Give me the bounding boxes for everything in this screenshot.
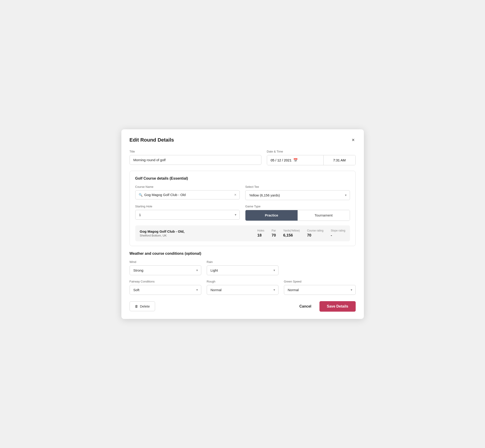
search-icon: 🔍 [139, 193, 143, 197]
select-tee-group: Select Tee Yellow (6,156 yards) ▾ [245, 185, 350, 200]
trash-icon: 🗑 [135, 304, 138, 308]
title-field-group: Title [129, 150, 261, 165]
wind-select-wrapper: Strong ▾ [129, 265, 201, 275]
weather-section: Weather and course conditions (optional)… [129, 252, 356, 295]
select-tee-wrapper: Yellow (6,156 yards) ▾ [245, 190, 350, 200]
stat-par: Par 70 [272, 229, 276, 238]
wind-rain-row: Wind Strong ▾ Rain Light ▾ [129, 260, 356, 275]
game-type-toggle: Practice Tournament [245, 210, 350, 221]
course-name-input[interactable] [144, 193, 233, 197]
course-name-clear-button[interactable]: × [234, 193, 236, 197]
green-speed-select-wrapper: Normal ▾ [284, 285, 356, 295]
rain-dropdown[interactable]: Light [207, 266, 278, 275]
delete-label: Delete [140, 304, 150, 308]
footer-right: Cancel Save Details [296, 301, 356, 312]
rain-select-wrapper: Light ▾ [207, 265, 278, 275]
cancel-button[interactable]: Cancel [296, 302, 315, 311]
rain-label: Rain [207, 260, 278, 264]
stat-course-rating-value: 70 [307, 233, 311, 238]
course-name-tee-row: Course Name 🔍 × Select Tee Yellow (6,156… [135, 185, 350, 200]
course-stats: Holes 18 Par 70 Yards(Yellow) 6,156 Cour… [257, 229, 345, 238]
top-fields: Title Date & Time 05 / 12 / 2021 📅 7:31 … [129, 150, 356, 165]
time-value: 7:31 AM [333, 158, 346, 162]
fairway-rough-green-row: Fairway Conditions Soft ▾ Rough Normal ▾ [129, 280, 356, 295]
rough-label: Rough [207, 280, 278, 283]
game-type-label: Game Type [245, 205, 350, 208]
wind-group: Wind Strong ▾ [129, 260, 201, 275]
select-tee-dropdown[interactable]: Yellow (6,156 yards) [245, 191, 350, 200]
fairway-group: Fairway Conditions Soft ▾ [129, 280, 201, 295]
fairway-label: Fairway Conditions [129, 280, 201, 283]
stat-course-rating-label: Course rating [307, 229, 323, 232]
stat-par-label: Par [272, 229, 276, 232]
rough-dropdown[interactable]: Normal [207, 285, 278, 295]
stat-yards-value: 6,156 [283, 233, 293, 238]
stat-slope-rating-label: Slope rating [331, 229, 345, 232]
course-info-box: Gog Magog Golf Club - Old, Shelford Bott… [135, 225, 350, 241]
course-name-group: Course Name 🔍 × [135, 185, 240, 200]
practice-toggle-button[interactable]: Practice [245, 210, 298, 221]
course-section-title: Golf Course details (Essential) [135, 176, 350, 181]
green-speed-group: Green Speed Normal ▾ [284, 280, 356, 295]
game-type-group: Game Type Practice Tournament [245, 205, 350, 221]
select-tee-label: Select Tee [245, 185, 350, 189]
starting-hole-label: Starting Hole [135, 205, 240, 208]
stat-holes: Holes 18 [257, 229, 264, 238]
rain-group: Rain Light ▾ [207, 260, 278, 275]
edit-round-modal: Edit Round Details × Title Date & Time 0… [121, 129, 364, 319]
date-value: 05 / 12 / 2021 [271, 158, 292, 162]
modal-header: Edit Round Details × [129, 136, 356, 144]
stat-yards: Yards(Yellow) 6,156 [283, 229, 300, 238]
green-speed-dropdown[interactable]: Normal [284, 285, 356, 295]
starting-hole-game-type-row: Starting Hole 1 ▾ Game Type Practice Tou… [135, 205, 350, 221]
title-label: Title [129, 150, 261, 153]
course-info-name: Gog Magog Golf Club - Old, Shelford Bott… [140, 230, 258, 237]
green-speed-label: Green Speed [284, 280, 356, 283]
delete-button[interactable]: 🗑 Delete [129, 301, 155, 311]
modal-footer: 🗑 Delete Cancel Save Details [129, 301, 356, 312]
course-info-name-text: Gog Magog Golf Club - Old, [140, 230, 258, 233]
stat-slope-rating-value: - [331, 233, 332, 238]
stat-par-value: 70 [272, 233, 276, 238]
weather-section-title: Weather and course conditions (optional) [129, 252, 356, 256]
tournament-toggle-button[interactable]: Tournament [298, 210, 350, 221]
fairway-dropdown[interactable]: Soft [130, 285, 201, 295]
starting-hole-wrapper: 1 ▾ [135, 210, 240, 220]
starting-hole-group: Starting Hole 1 ▾ [135, 205, 240, 221]
stat-holes-value: 18 [257, 233, 262, 238]
datetime-field-group: Date & Time 05 / 12 / 2021 📅 7:31 AM [267, 150, 356, 165]
title-input[interactable] [129, 155, 261, 165]
date-input[interactable]: 05 / 12 / 2021 📅 [267, 155, 323, 165]
course-name-search-wrapper: 🔍 × [135, 190, 240, 200]
datetime-row: 05 / 12 / 2021 📅 7:31 AM [267, 155, 356, 165]
wind-label: Wind [129, 260, 201, 264]
datetime-label: Date & Time [267, 150, 356, 153]
calendar-icon: 📅 [293, 158, 298, 162]
modal-title: Edit Round Details [129, 137, 174, 143]
wind-dropdown[interactable]: Strong [130, 266, 201, 275]
close-button[interactable]: × [351, 136, 356, 144]
stat-yards-label: Yards(Yellow) [283, 229, 300, 232]
stat-holes-label: Holes [257, 229, 264, 232]
course-name-label: Course Name [135, 185, 240, 189]
course-section: Golf Course details (Essential) Course N… [129, 171, 356, 246]
stat-course-rating: Course rating 70 [307, 229, 323, 238]
fairway-select-wrapper: Soft ▾ [129, 285, 201, 295]
rough-group: Rough Normal ▾ [207, 280, 278, 295]
time-input[interactable]: 7:31 AM [323, 155, 356, 165]
starting-hole-dropdown[interactable]: 1 [136, 210, 240, 219]
stat-slope-rating: Slope rating - [331, 229, 345, 238]
course-info-location: Shelford Bottom, UK [140, 234, 258, 237]
save-button[interactable]: Save Details [319, 301, 356, 312]
rough-select-wrapper: Normal ▾ [207, 285, 278, 295]
